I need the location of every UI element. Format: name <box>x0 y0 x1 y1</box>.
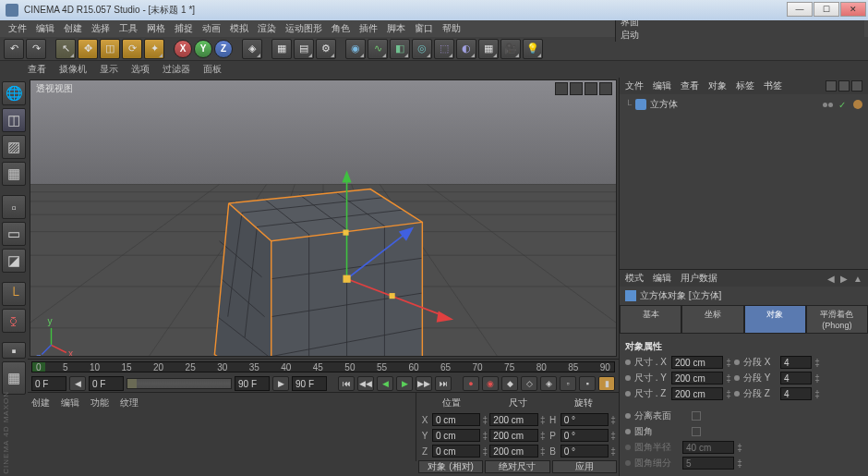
viewport[interactable]: 透视视图 <box>30 79 617 357</box>
size-field[interactable]: 200 cm <box>671 356 723 369</box>
nav-back-icon[interactable]: ◀ <box>827 274 835 284</box>
viewport-tab[interactable]: 显示 <box>100 63 118 76</box>
goto-end-button[interactable]: ⏭ <box>435 376 452 391</box>
om-icon[interactable] <box>851 80 862 92</box>
size-field[interactable]: 200 cm <box>489 429 537 442</box>
size-field[interactable]: 200 cm <box>489 413 537 426</box>
record-button[interactable]: ● <box>463 376 479 391</box>
material-tab[interactable]: 功能 <box>90 397 109 409</box>
add-subdivision-button[interactable]: ◎ <box>412 39 432 59</box>
menu-item[interactable]: 工具 <box>115 22 142 35</box>
frame-start[interactable]: 0 F <box>31 376 66 391</box>
point-mode-button[interactable]: ▫ <box>2 195 26 219</box>
add-array-button[interactable]: ⬚ <box>434 39 454 59</box>
render-settings-button[interactable]: ⚙ <box>316 39 336 59</box>
coord-button[interactable]: 绝对尺寸 <box>485 460 549 473</box>
timeline-ruler[interactable]: 051015202530354045505560657075808590 <box>31 361 615 372</box>
material-tab[interactable]: 创建 <box>31 397 50 409</box>
viewport-tab[interactable]: 摄像机 <box>59 63 87 76</box>
size-field[interactable]: 200 cm <box>671 387 723 400</box>
coord-button[interactable]: 应用 <box>552 460 617 473</box>
seg-field[interactable]: 4 <box>780 372 812 384</box>
move-tool[interactable]: ✥ <box>78 39 98 59</box>
axis-z-toggle[interactable]: Z <box>214 40 233 58</box>
om-tab[interactable]: 标签 <box>736 79 754 92</box>
attr-tab[interactable]: 基本 <box>620 305 681 334</box>
autokey-button[interactable]: ◉ <box>482 376 499 391</box>
menu-item[interactable]: 角色 <box>327 22 355 35</box>
axis-button[interactable]: └ <box>2 282 26 306</box>
pos-field[interactable]: 0 cm <box>432 429 480 442</box>
add-light-button[interactable]: 💡 <box>523 39 543 59</box>
add-camera-button[interactable]: 🎥 <box>500 39 521 59</box>
workplane-button[interactable]: ▦ <box>2 162 26 186</box>
render-view-button[interactable]: ▦ <box>271 39 292 59</box>
coord-system-button[interactable]: ◈ <box>242 39 262 59</box>
add-generator-button[interactable]: ◧ <box>390 39 410 59</box>
maximize-button[interactable]: ☐ <box>814 2 839 17</box>
step-back-button[interactable]: ◀◀ <box>357 376 374 391</box>
attr-menu-item[interactable]: 模式 <box>625 272 644 285</box>
recent-tool[interactable]: ✦ <box>144 39 164 59</box>
pos-field[interactable]: 0 cm <box>432 445 480 458</box>
coord-button[interactable]: 对象 (相对) <box>418 460 483 473</box>
menu-item[interactable]: 捕捉 <box>170 22 198 35</box>
vp-nav-icon[interactable] <box>555 82 568 95</box>
seg-field[interactable]: 4 <box>780 356 812 369</box>
snap-button[interactable]: ⧲ <box>2 309 26 333</box>
rot-field[interactable]: 0 ° <box>561 429 609 442</box>
axis-x-toggle[interactable]: X <box>174 40 192 58</box>
menu-item[interactable]: 创建 <box>59 22 87 35</box>
phong-tag-icon[interactable] <box>853 100 862 109</box>
range-start[interactable]: 0 F <box>89 376 124 391</box>
viewport-tab[interactable]: 过滤器 <box>163 63 190 76</box>
select-tool[interactable]: ↖ <box>55 39 76 59</box>
make-editable-button[interactable]: 🌐 <box>2 81 26 105</box>
play-button[interactable]: ▶ <box>396 376 413 391</box>
menu-item[interactable]: 网格 <box>142 22 170 35</box>
key-param-button[interactable]: ▫ <box>560 376 576 391</box>
size-field[interactable]: 200 cm <box>489 445 537 458</box>
nav-fwd-icon[interactable]: ▶ <box>840 274 848 284</box>
viewport-solo-button[interactable]: ▪ <box>2 342 26 359</box>
om-tab[interactable]: 编辑 <box>653 79 671 92</box>
menu-item[interactable]: 选择 <box>87 22 115 35</box>
om-tab[interactable]: 查看 <box>681 79 699 92</box>
seg-field[interactable]: 4 <box>780 387 812 400</box>
scale-tool[interactable]: ◫ <box>100 39 120 59</box>
viewport-layout-button[interactable]: ▦ <box>2 361 26 395</box>
render-region-button[interactable]: ▤ <box>294 39 314 59</box>
attr-tab[interactable]: 平滑着色(Phong) <box>806 305 868 334</box>
om-icon[interactable] <box>826 80 837 92</box>
object-tree[interactable]: └ 立方体 ✓ <box>620 94 868 270</box>
menu-item[interactable]: 窗口 <box>410 22 438 35</box>
vp-nav-icon[interactable] <box>585 82 597 95</box>
viewport-tab[interactable]: 选项 <box>131 63 150 76</box>
menu-item[interactable]: 脚本 <box>382 22 410 35</box>
viewport-tab[interactable]: 查看 <box>28 63 46 76</box>
redo-button[interactable]: ↷ <box>26 39 46 59</box>
attr-menu-item[interactable]: 用户数据 <box>681 272 717 285</box>
add-deformer-button[interactable]: ◐ <box>456 39 476 59</box>
rotate-tool[interactable]: ⟳ <box>122 39 142 59</box>
material-tab[interactable]: 编辑 <box>61 397 79 409</box>
play-back-button[interactable]: ◀ <box>377 376 393 391</box>
texture-mode-button[interactable]: ▨ <box>2 135 26 159</box>
fillet-sub-field[interactable]: 5 <box>682 457 734 470</box>
rot-field[interactable]: 0 ° <box>561 413 609 426</box>
key-rot-button[interactable]: ◈ <box>540 376 557 391</box>
attr-tab[interactable]: 对象 <box>744 305 806 334</box>
nav-up-icon[interactable]: ▲ <box>853 274 862 284</box>
menu-item[interactable]: 编辑 <box>31 22 59 35</box>
menu-item[interactable]: 启动 <box>616 29 864 42</box>
size-field[interactable]: 200 cm <box>671 372 723 384</box>
attr-menu-item[interactable]: 编辑 <box>653 272 671 285</box>
material-tab[interactable]: 纹理 <box>120 397 139 409</box>
key-options-button[interactable]: ▮ <box>598 376 615 391</box>
polygon-mode-button[interactable]: ◪ <box>2 249 26 273</box>
next-key-button[interactable]: ▶ <box>272 376 289 391</box>
viewport-tab[interactable]: 面板 <box>203 63 222 76</box>
add-spline-button[interactable]: ∿ <box>368 39 388 59</box>
om-tab[interactable]: 书签 <box>764 79 782 92</box>
prev-key-button[interactable]: ◀ <box>69 376 86 391</box>
